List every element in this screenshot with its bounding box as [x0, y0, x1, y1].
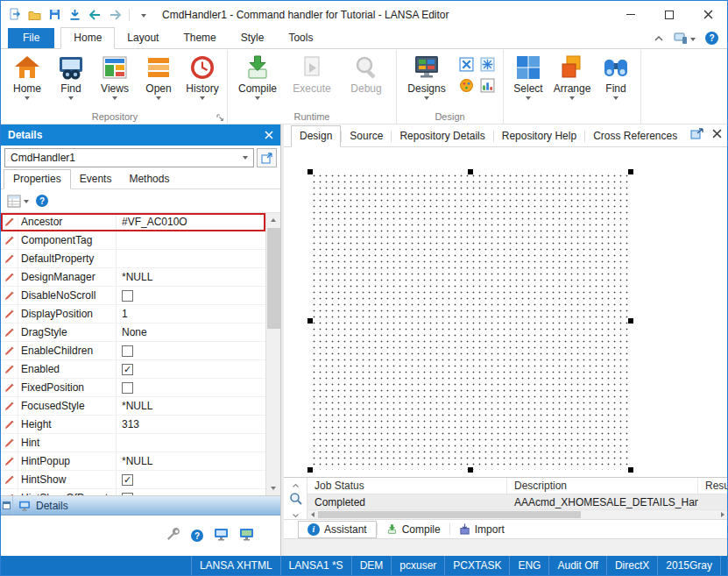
- selection-handle[interactable]: [628, 318, 633, 324]
- column-result[interactable]: Result: [698, 478, 727, 494]
- wrench-icon[interactable]: [166, 528, 180, 544]
- checkbox[interactable]: ✓: [122, 474, 133, 486]
- checkbox[interactable]: [122, 290, 133, 302]
- device-preview-icon[interactable]: [674, 32, 696, 45]
- tab-layout[interactable]: Layout: [115, 28, 171, 48]
- details-collapsed-bar[interactable]: Details: [1, 496, 280, 516]
- tab-assistant[interactable]: Assistant: [298, 521, 377, 538]
- float-window-icon[interactable]: [690, 128, 703, 142]
- property-row[interactable]: HintPopup*NULL: [1, 452, 265, 471]
- tab-style[interactable]: Style: [229, 28, 277, 48]
- chart-icon[interactable]: [477, 75, 498, 96]
- selection-handle[interactable]: [307, 467, 313, 473]
- designs-button[interactable]: Designs: [402, 50, 451, 100]
- editor-tab-repository-help[interactable]: Repository Help: [494, 126, 584, 146]
- property-value[interactable]: [117, 287, 265, 304]
- property-value[interactable]: [117, 489, 265, 496]
- status-item[interactable]: 2015Gray: [657, 556, 720, 575]
- editor-tab-source[interactable]: Source: [342, 126, 391, 146]
- property-value[interactable]: ✓: [117, 360, 265, 378]
- properties-help-icon[interactable]: [36, 195, 48, 207]
- selection-handle[interactable]: [468, 169, 473, 174]
- scroll-down-icon[interactable]: [266, 481, 280, 495]
- collapse-ribbon-icon[interactable]: [654, 32, 664, 45]
- design-canvas[interactable]: [284, 147, 727, 477]
- column-description[interactable]: Description: [507, 478, 698, 494]
- tab-events[interactable]: Events: [71, 170, 121, 188]
- checkbox[interactable]: [122, 382, 133, 394]
- monitor-icon[interactable]: [214, 528, 229, 544]
- maximize-button[interactable]: [650, 1, 689, 28]
- status-item[interactable]: pcxuser: [391, 556, 444, 575]
- editor-close-icon[interactable]: [712, 129, 722, 141]
- property-row[interactable]: DesignManager*NULL: [1, 268, 265, 287]
- status-item[interactable]: PCXTASK: [444, 556, 509, 575]
- arrange-button[interactable]: Arrange: [550, 50, 594, 100]
- compile-button[interactable]: Compile: [233, 50, 282, 100]
- selection-handle[interactable]: [628, 169, 633, 174]
- forward-arrow-icon[interactable]: [108, 7, 123, 22]
- tab-methods[interactable]: Methods: [120, 170, 178, 188]
- help-icon[interactable]: [705, 32, 718, 45]
- minimize-button[interactable]: [611, 1, 650, 28]
- download-icon[interactable]: [67, 7, 82, 22]
- select-button[interactable]: Select: [506, 50, 550, 100]
- editor-tab-cross-references[interactable]: Cross References: [585, 126, 685, 146]
- property-row[interactable]: ComponentTag: [1, 231, 265, 250]
- property-value[interactable]: 313: [117, 416, 265, 433]
- status-item[interactable]: LANSA XHTML: [191, 556, 280, 575]
- property-value[interactable]: *NULL: [117, 268, 265, 286]
- snowflake-icon[interactable]: [477, 54, 498, 75]
- tab-tools[interactable]: Tools: [276, 28, 325, 48]
- property-row[interactable]: Ancestor#VF_AC010O: [1, 213, 265, 231]
- property-row[interactable]: HintShowOfParent: [1, 489, 265, 496]
- property-row[interactable]: HintShow✓: [1, 471, 265, 489]
- property-row[interactable]: DisableNoScroll: [1, 287, 265, 305]
- folder-icon[interactable]: [27, 7, 42, 22]
- checkbox[interactable]: [122, 493, 133, 497]
- property-row[interactable]: Height313: [1, 416, 265, 434]
- checkbox[interactable]: ✓: [122, 364, 133, 375]
- property-value[interactable]: [117, 434, 265, 452]
- editor-tab-design[interactable]: Design: [291, 125, 341, 147]
- property-row[interactable]: Enabled✓: [1, 360, 265, 379]
- check-in-page-icon[interactable]: [7, 7, 22, 22]
- scroll-left-icon[interactable]: [307, 510, 317, 519]
- open-button[interactable]: Open: [137, 50, 180, 100]
- scroll-right-icon[interactable]: [717, 510, 727, 519]
- dock-up-icon[interactable]: [292, 479, 300, 491]
- properties-scrollbar[interactable]: [265, 213, 280, 495]
- find-button[interactable]: Find: [49, 50, 93, 100]
- home-button[interactable]: Home: [5, 50, 49, 100]
- find-design-button[interactable]: Find: [594, 50, 638, 100]
- property-row[interactable]: EnableChildren: [1, 342, 265, 360]
- scroll-up-icon[interactable]: [266, 213, 280, 227]
- selection-handle[interactable]: [307, 318, 313, 324]
- tab-import[interactable]: Import: [450, 521, 513, 538]
- status-item[interactable]: DirectX: [606, 556, 657, 575]
- property-value[interactable]: ✓: [117, 471, 265, 488]
- property-value[interactable]: [117, 342, 265, 359]
- property-row[interactable]: FixedPosition: [1, 379, 265, 397]
- status-item[interactable]: LANSA1 *S: [280, 556, 351, 575]
- save-icon[interactable]: [47, 7, 62, 22]
- footer-help-icon[interactable]: [191, 530, 203, 542]
- property-value[interactable]: *NULL: [117, 452, 265, 470]
- tab-properties[interactable]: Properties: [4, 169, 71, 189]
- selection-handle[interactable]: [468, 467, 473, 473]
- tab-compile[interactable]: Compile: [378, 521, 449, 538]
- property-value[interactable]: [117, 379, 265, 396]
- property-row[interactable]: Hint: [1, 434, 265, 452]
- job-row[interactable]: Completed AAAcmd_XHOMESALE_DETAILS_Handl…: [307, 494, 727, 510]
- tab-file[interactable]: File: [8, 28, 54, 48]
- status-item[interactable]: Audit Off: [548, 556, 605, 575]
- design-surface[interactable]: [310, 172, 631, 470]
- column-job-status[interactable]: Job Status: [307, 478, 507, 494]
- monitor-2-icon[interactable]: [239, 528, 254, 544]
- open-component-button[interactable]: [257, 148, 277, 167]
- views-button[interactable]: Views: [93, 50, 137, 100]
- selection-handle[interactable]: [307, 169, 313, 174]
- property-row[interactable]: DisplayPosition1: [1, 305, 265, 324]
- checkbox[interactable]: [122, 345, 133, 357]
- details-close-icon[interactable]: [265, 131, 273, 139]
